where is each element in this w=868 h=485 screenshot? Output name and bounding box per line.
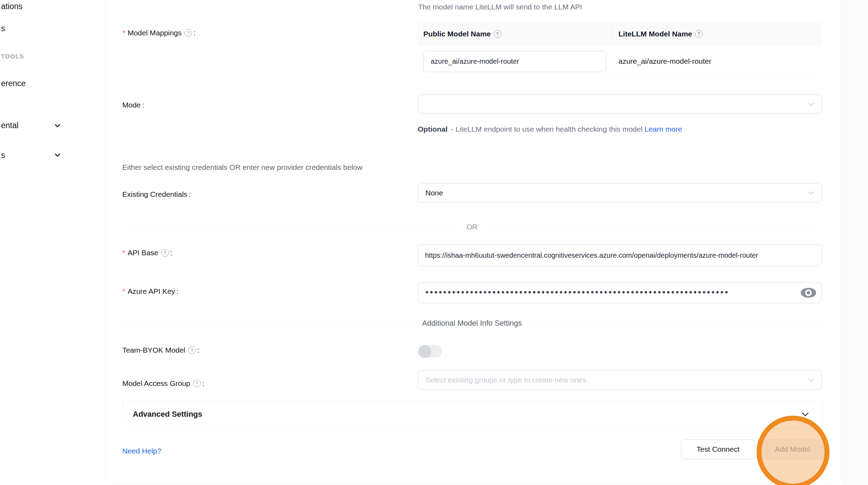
azure-api-key-input[interactable]: ••••••••••••••••••••••••••••••••••••••••… (418, 282, 822, 303)
model-access-group-label: Model Access Group ? : (122, 379, 204, 388)
existing-credentials-label: Existing Credentials : (122, 190, 191, 199)
advanced-settings-title: Advanced Settings (133, 410, 202, 419)
sidebar-section-tools: TOOLS (1, 53, 24, 60)
model-name-helper-text: The model name LiteLLM will send to the … (418, 3, 582, 11)
litellm-model-name-value: azure_ai/azure-model-router (618, 57, 711, 65)
page-background-gutter (841, 0, 868, 485)
sidebar-item-api-reference[interactable]: erence (1, 79, 26, 88)
public-model-name-input[interactable] (423, 51, 606, 72)
model-mappings-label: * Model Mappings ? : (122, 29, 196, 37)
need-help-link[interactable]: Need Help? (122, 447, 161, 455)
additional-info-divider: Additional Model Info Settings (122, 317, 822, 330)
sidebar-item-users[interactable]: s (1, 24, 5, 33)
team-byok-label: Team-BYOK Model ? : (122, 346, 199, 354)
public-model-name-header: Public Model Name ? (418, 30, 618, 38)
question-circle-icon[interactable]: ? (188, 346, 196, 354)
advanced-settings-panel[interactable]: Advanced Settings (122, 400, 823, 429)
or-divider: OR (122, 222, 822, 232)
model-access-group-placeholder: Select existing groups or type to create… (425, 376, 586, 384)
api-base-label: * API Base ? : (122, 249, 172, 257)
model-mappings-table-header: Public Model Name ? LiteLLM Model Name ? (418, 22, 822, 46)
toggle-knob (418, 345, 431, 358)
required-asterisk: * (122, 287, 125, 296)
sidebar-item-experimental[interactable]: ental (1, 121, 19, 130)
chevron-down-icon (53, 122, 62, 130)
chevron-down-icon (807, 376, 815, 384)
mode-label: Mode : (122, 101, 144, 109)
mode-helper-text: Optional - LiteLLM endpoint to use when … (418, 122, 714, 137)
question-circle-icon[interactable]: ? (193, 380, 201, 387)
learn-more-link[interactable]: Learn more (644, 125, 682, 133)
required-asterisk: * (122, 249, 125, 257)
chevron-down-icon (53, 151, 62, 159)
existing-credentials-select[interactable]: None (418, 183, 822, 202)
litellm-model-name-header: LiteLLM Model Name ? (618, 30, 703, 38)
model-access-group-select[interactable]: Select existing groups or type to create… (418, 370, 822, 389)
sidebar-item-organizations[interactable]: ations (1, 2, 22, 11)
azure-api-key-label: * Azure API Key : (122, 287, 178, 296)
api-base-input[interactable] (418, 244, 822, 266)
question-circle-icon[interactable]: ? (184, 29, 192, 37)
team-byok-toggle[interactable] (418, 345, 442, 358)
chevron-down-icon (807, 189, 815, 197)
existing-credentials-value: None (425, 189, 443, 197)
required-asterisk: * (122, 29, 125, 37)
table-column-divider (613, 27, 613, 41)
chevron-down-icon (801, 410, 810, 419)
masked-key-value: ••••••••••••••••••••••••••••••••••••••••… (425, 288, 729, 297)
credentials-note: Either select existing credentials OR en… (122, 163, 362, 172)
chevron-down-icon (807, 101, 815, 108)
sidebar-item-settings[interactable]: s (1, 151, 5, 160)
question-circle-icon[interactable]: ? (161, 249, 169, 257)
question-circle-icon[interactable]: ? (494, 30, 501, 38)
test-connect-button[interactable]: Test Connect (681, 439, 755, 459)
add-model-button[interactable]: Add Model (760, 439, 825, 459)
question-circle-icon[interactable]: ? (695, 30, 703, 38)
eye-icon[interactable] (800, 287, 816, 299)
add-model-page: ations s TOOLS erence ental s The model … (0, 0, 868, 485)
mode-select[interactable] (418, 95, 822, 114)
